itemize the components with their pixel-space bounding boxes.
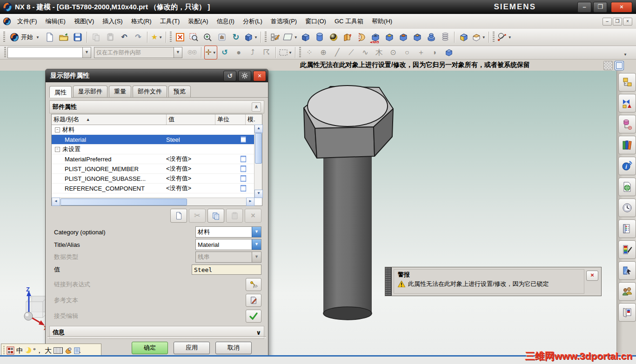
table-row[interactable]: REFERENCE_COMPONENT <没有值> (52, 184, 262, 193)
menu-format[interactable]: 格式(R) (127, 15, 156, 28)
mdi-minimize-button[interactable]: – (603, 18, 612, 26)
ok-button[interactable]: 确定 (132, 342, 168, 354)
stud-button[interactable] (425, 30, 438, 44)
tree-collapse-icon[interactable]: − (55, 127, 60, 132)
tab-preview[interactable]: 预览 (168, 86, 191, 97)
part-navigator-button[interactable] (618, 115, 636, 133)
menu-edit[interactable]: 编辑(E) (41, 15, 70, 28)
part-attributes-section-header[interactable]: 部件属性 ∧ (49, 100, 264, 113)
palette-button[interactable] (618, 219, 636, 238)
snap-endpoint-button[interactable]: ⊕ (317, 46, 330, 60)
ime-menu-icon[interactable] (74, 347, 81, 354)
close-button[interactable]: × (611, 2, 632, 13)
snap-center-button[interactable]: ⊙ (387, 46, 400, 60)
copy-attribute-button[interactable] (208, 209, 224, 223)
tree-collapse-icon[interactable]: − (55, 147, 60, 152)
restore-button[interactable]: ❐ (593, 2, 607, 13)
alert-drag-grip[interactable] (385, 267, 392, 296)
column-value[interactable]: 值 (167, 114, 215, 125)
system-materials-button[interactable] (618, 240, 636, 259)
zoom-button[interactable] (201, 30, 214, 44)
send-to-button[interactable]: ★ ▼ (150, 30, 163, 44)
snap-point-toggle[interactable]: ✛ ▼ (204, 46, 217, 60)
dialog-close-button[interactable]: × (253, 71, 266, 81)
ime-tools-icon[interactable] (65, 347, 72, 354)
column-title-alias[interactable]: 标题/别名 ▲ (52, 114, 167, 125)
scroll-right-icon[interactable]: ► (246, 198, 254, 206)
presentation-button[interactable] (618, 303, 636, 322)
menu-window[interactable]: 窗口(O) (301, 15, 330, 28)
pad-button[interactable] (411, 30, 424, 44)
curve-button[interactable]: ▼ (496, 30, 512, 44)
extrude-button[interactable] (341, 30, 354, 44)
apply-button[interactable]: 应用 (174, 342, 210, 354)
boss-button[interactable] (383, 30, 396, 44)
datatype-combo[interactable]: 线串 ▼ (195, 251, 261, 263)
solid-body-filter-button[interactable]: ● (232, 46, 245, 60)
toolbar-drag-handle[interactable] (493, 32, 495, 43)
sphere-button[interactable] (327, 30, 340, 44)
mdi-close-button[interactable]: × (623, 18, 632, 26)
vertical-scroll-thumb[interactable] (255, 133, 262, 164)
tab-part-file[interactable]: 部件文件 (133, 86, 167, 97)
snap-circle-button[interactable]: ○ (401, 46, 414, 60)
loop-selection-button[interactable]: ↺ (218, 46, 231, 60)
selection-scope-combo[interactable]: 仅在工作部件内部 ▼ (94, 47, 182, 58)
scroll-down-icon[interactable]: ▼ (254, 190, 263, 198)
save-button[interactable] (71, 30, 84, 44)
menu-assemblies[interactable]: 装配(A) (184, 15, 212, 28)
hd3d-tools-button[interactable]: i (618, 157, 636, 175)
ime-logo-icon[interactable] (7, 346, 14, 355)
snap-tangent-button[interactable]: ◗ (428, 46, 442, 60)
show-shaded-button[interactable] (442, 46, 455, 60)
history-button[interactable] (618, 199, 636, 217)
tab-displayed-part[interactable]: 显示部件 (73, 86, 107, 97)
toolbar-drag-handle[interactable] (299, 47, 301, 58)
toolbar-overflow-caret-icon[interactable]: ▼ (623, 53, 627, 57)
redo-button[interactable]: ↷ (132, 30, 145, 44)
snap-midpoint-button[interactable]: ⁘ (303, 46, 316, 60)
scroll-up-icon[interactable]: ▲ (254, 125, 263, 133)
selection-filter-combo[interactable]: ▼ (7, 47, 91, 58)
scroll-left-icon[interactable]: ◄ (52, 198, 60, 206)
paste-button[interactable] (104, 30, 117, 44)
ime-drag-grip[interactable] (3, 346, 5, 355)
snap-pole-button[interactable]: 木 (373, 46, 386, 60)
table-horizontal-scrollbar[interactable]: ◄ ► (52, 198, 254, 205)
orient-view-button[interactable]: ▼ (243, 30, 258, 44)
thread-button[interactable] (439, 30, 452, 44)
menu-tools[interactable]: 工具(T) (156, 15, 184, 28)
column-mod[interactable]: 模. (246, 114, 261, 125)
tab-attributes[interactable]: 属性 (49, 86, 72, 98)
title-alias-combo[interactable]: Material ▼ (195, 239, 261, 250)
reuse-library-button[interactable] (618, 136, 636, 154)
move-rotate-button[interactable]: ⤴ (246, 46, 259, 60)
scene-editor-button[interactable] (618, 261, 636, 280)
alert-close-button[interactable]: × (586, 271, 598, 281)
cancel-button[interactable]: 取消 (215, 342, 252, 354)
table-row-material[interactable]: Material Steel (52, 135, 262, 145)
table-row[interactable]: PLIST_IGNORE_MEMBER <没有值> (52, 164, 262, 174)
roles-button[interactable] (618, 282, 636, 301)
menu-preferences[interactable]: 首选项(P) (267, 15, 301, 28)
table-row[interactable]: MaterialPreferred <没有值> (52, 154, 262, 164)
pocket-button[interactable] (397, 30, 410, 44)
menu-information[interactable]: 信息(I) (213, 15, 239, 28)
snap-point-on-curve-button[interactable]: ⟋ (345, 46, 358, 60)
drag-button[interactable]: ☈ (260, 46, 273, 60)
find-component-button[interactable]: ⌾⌾ (186, 46, 199, 60)
rectangle-select-button[interactable]: ▼ (279, 46, 293, 60)
toolbar-drag-handle[interactable] (3, 32, 5, 43)
rotate-button[interactable]: ↻ (229, 30, 242, 44)
snap-spline-button[interactable]: ∿ (359, 46, 372, 60)
fullscreen-toggle[interactable] (615, 61, 624, 70)
column-units[interactable]: 单位 (215, 114, 246, 125)
table-vertical-scrollbar[interactable]: ▲ ▼ (254, 125, 262, 198)
cylinder-button[interactable] (313, 30, 326, 44)
link-to-expression-button[interactable]: p2= (246, 278, 261, 291)
copy-button[interactable] (90, 30, 103, 44)
toolbar-drag-handle[interactable] (4, 47, 6, 58)
revolve-button[interactable] (355, 30, 368, 44)
paste-attribute-button[interactable] (226, 209, 243, 223)
table-row[interactable]: PLIST_IGNORE_SUBASSE... <没有值> (52, 174, 262, 184)
